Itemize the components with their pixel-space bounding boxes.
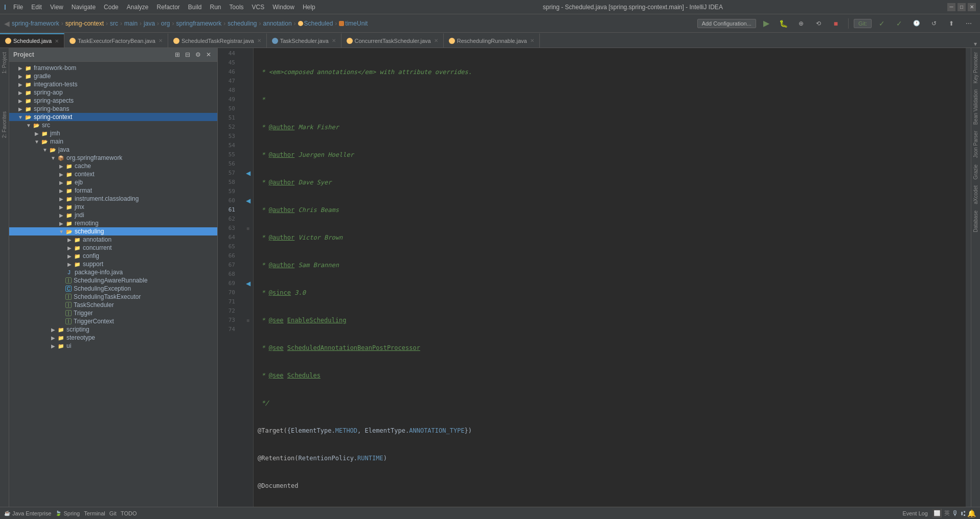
menu-vcs[interactable]: VCS <box>249 3 268 12</box>
sidebar-expand-button[interactable]: ⊞ <box>173 50 182 59</box>
tab-executor-close[interactable]: ✕ <box>158 38 163 43</box>
tree-scheduling-task-executor[interactable]: ▶ I SchedulingTaskExecutor <box>9 293 217 301</box>
run-with-coverage-button[interactable]: ⊕ <box>794 16 808 31</box>
tab-concurrent-close[interactable]: ✕ <box>434 38 438 43</box>
menu-window[interactable]: Window <box>269 3 298 12</box>
menu-navigate[interactable]: Navigate <box>69 3 99 12</box>
tab-rescheduling-close[interactable]: ✕ <box>530 38 534 43</box>
tree-config[interactable]: ▶ 📁 config <box>9 252 217 260</box>
profile-button[interactable]: ⟲ <box>811 16 826 31</box>
tree-package-info[interactable]: ▶ J package-info.java <box>9 268 217 276</box>
tree-spring-context[interactable]: ▼ 📂 spring-context <box>9 113 217 121</box>
code-editor[interactable]: 44 45 46 47 48 49 50 51 52 53 54 55 56 5… <box>218 48 971 507</box>
status-todo[interactable]: TODO <box>121 510 137 516</box>
tree-main[interactable]: ▼ 📂 main <box>9 137 217 146</box>
git-more-button[interactable]: ⋯ <box>962 16 976 31</box>
breadcrumb-timeunit[interactable]: timeUnit <box>345 20 368 27</box>
panel-bean-validation[interactable]: Bean Validation <box>972 87 979 127</box>
tree-framework-bom[interactable]: ▶ 📁 framework-bom <box>9 64 217 72</box>
sidebar-settings-button[interactable]: ⚙ <box>193 50 203 59</box>
tree-jmx[interactable]: ▶ 📁 jmx <box>9 203 217 211</box>
back-icon[interactable]: ◀ <box>4 19 10 28</box>
close-button[interactable]: ✕ <box>968 3 976 11</box>
tree-ejb[interactable]: ▶ 📁 ejb <box>9 178 217 186</box>
tabs-more-button[interactable]: ▾ <box>971 40 980 48</box>
tree-scheduling-aware[interactable]: ▶ I SchedulingAwareRunnable <box>9 276 217 285</box>
stop-button[interactable]: ■ <box>829 16 843 31</box>
menu-code[interactable]: Code <box>101 3 122 12</box>
tree-scheduling-exception[interactable]: ▶ C SchedulingException <box>9 285 217 293</box>
panel-database[interactable]: Database <box>972 208 979 234</box>
tree-spring-aspects[interactable]: ▶ 📁 spring-aspects <box>9 97 217 105</box>
tab-scheduler[interactable]: TaskScheduler.java ✕ <box>267 33 341 48</box>
sidebar-close-button[interactable]: ✕ <box>204 50 213 59</box>
git-check2-button[interactable]: ✓ <box>892 16 906 31</box>
tree-spring-aop[interactable]: ▶ 📁 spring-aop <box>9 88 217 97</box>
tree-trigger-context[interactable]: ▶ I TriggerContext <box>9 317 217 325</box>
git-rollback-button[interactable]: ↺ <box>927 16 941 31</box>
tab-scheduled-close[interactable]: ✕ <box>55 38 59 44</box>
panel-grazie[interactable]: Grazie <box>972 162 979 181</box>
breadcrumb-java[interactable]: java <box>144 20 155 27</box>
breadcrumb-main[interactable]: main <box>124 20 138 27</box>
tree-java[interactable]: ▼ 📂 java <box>9 146 217 154</box>
tree-gradle[interactable]: ▶ 📁 gradle <box>9 72 217 80</box>
breadcrumb-org[interactable]: org <box>161 20 170 27</box>
tab-rescheduling[interactable]: ReschedulingRunnable.java ✕ <box>444 33 540 48</box>
status-spring[interactable]: 🍃 Spring <box>55 510 80 516</box>
tab-scheduled[interactable]: Scheduled.java ✕ <box>0 33 64 48</box>
menu-view[interactable]: View <box>47 3 66 12</box>
tree-ui[interactable]: ▶ 📁 ui <box>9 342 217 350</box>
tab-task-executor[interactable]: TaskExecutorFactoryBean.java ✕ <box>64 33 168 48</box>
breadcrumb-src[interactable]: src <box>110 20 118 27</box>
editor-scrollbar[interactable] <box>966 48 971 507</box>
breadcrumb-spring-framework[interactable]: spring-framework <box>12 20 59 27</box>
menu-build[interactable]: Build <box>185 3 205 12</box>
breadcrumb-scheduling[interactable]: scheduling <box>227 20 257 27</box>
code-content[interactable]: * <em>composed annotations</em> with att… <box>254 48 966 507</box>
tree-spring-beans[interactable]: ▶ 📁 spring-beans <box>9 105 217 113</box>
project-panel-label[interactable]: 1: Project <box>1 50 8 76</box>
panel-key-promoter[interactable]: Key Promoter <box>972 50 979 85</box>
tree-integration-tests[interactable]: ▶ 📁 integration-tests <box>9 80 217 88</box>
breadcrumb-annotation[interactable]: annotation <box>263 20 292 27</box>
status-event-log[interactable]: Event Log <box>902 510 928 516</box>
tree-scripting[interactable]: ▶ 📁 scripting <box>9 325 217 334</box>
sidebar-collapse-button[interactable]: ⊟ <box>183 50 192 59</box>
minimize-button[interactable]: ─ <box>947 3 955 11</box>
tree-task-scheduler[interactable]: ▶ I TaskScheduler <box>9 301 217 309</box>
panel-axcodet[interactable]: aXcodet <box>972 183 979 206</box>
menu-file[interactable]: File <box>10 3 26 12</box>
git-push-button[interactable]: ⬆ <box>944 16 959 31</box>
status-terminal[interactable]: Terminal <box>84 510 105 516</box>
tree-org-springframework[interactable]: ▼ 📦 org.springframework <box>9 154 217 162</box>
tab-registrar-close[interactable]: ✕ <box>257 38 261 43</box>
tree-context[interactable]: ▶ 📁 context <box>9 170 217 178</box>
menu-tools[interactable]: Tools <box>226 3 247 12</box>
add-configuration-button[interactable]: Add Configuration... <box>697 19 756 28</box>
tree-remoting[interactable]: ▶ 📁 remoting <box>9 219 217 227</box>
status-java-enterprise[interactable]: ☕ Java Enterprise <box>4 510 51 516</box>
menu-help[interactable]: Help <box>300 3 318 12</box>
menu-run[interactable]: Run <box>207 3 224 12</box>
git-check-button[interactable]: ✓ <box>875 16 889 31</box>
tree-cache[interactable]: ▶ 📁 cache <box>9 162 217 170</box>
tree-src[interactable]: ▼ 📂 src <box>9 121 217 129</box>
tab-concurrent[interactable]: ConcurrentTaskScheduler.java ✕ <box>341 33 444 48</box>
menu-edit[interactable]: Edit <box>28 3 45 12</box>
debug-button[interactable]: 🐛 <box>777 16 791 31</box>
tree-trigger[interactable]: ▶ I Trigger <box>9 309 217 317</box>
status-git[interactable]: Git <box>109 510 117 516</box>
tree-instrument[interactable]: ▶ 📁 instrument.classloading <box>9 195 217 203</box>
favorites-panel-label[interactable]: 2: Favorites <box>1 109 8 140</box>
tab-scheduler-close[interactable]: ✕ <box>332 38 336 43</box>
tree-concurrent[interactable]: ▶ 📁 concurrent <box>9 244 217 252</box>
breadcrumb-springframework[interactable]: springframework <box>176 20 221 27</box>
menu-analyze[interactable]: Analyze <box>124 3 152 12</box>
tree-support[interactable]: ▶ 📁 support <box>9 260 217 268</box>
menu-refactor[interactable]: Refactor <box>153 3 183 12</box>
tree-scheduling[interactable]: ▼ 📂 scheduling <box>9 227 217 235</box>
tree-format[interactable]: ▶ 📁 format <box>9 186 217 195</box>
tab-registrar[interactable]: ScheduledTaskRegistrar.java ✕ <box>168 33 267 48</box>
tree-annotation[interactable]: ▶ 📁 annotation <box>9 235 217 244</box>
